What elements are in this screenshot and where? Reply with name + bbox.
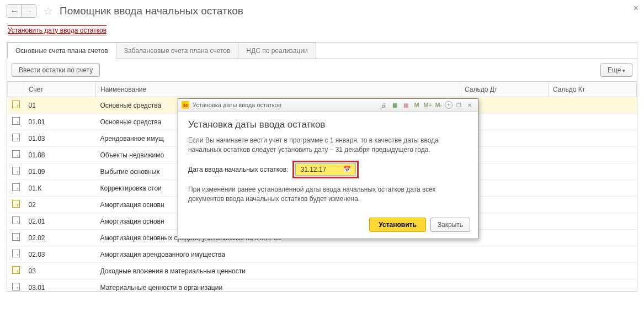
- cell-saldo-kt: [549, 246, 637, 263]
- tab-offbalance-accounts[interactable]: Забалансовые счета плана счетов: [116, 43, 239, 59]
- calendar-icon[interactable]: ▦: [390, 101, 400, 109]
- memory-mplus-icon[interactable]: M+: [423, 101, 433, 109]
- dialog-close-icon[interactable]: ✕: [465, 101, 475, 109]
- date-label: Дата ввода начальных остатков:: [188, 166, 288, 173]
- col-name: Наименование: [96, 82, 460, 97]
- account-icon: [12, 101, 20, 108]
- cell-saldo-kt: [549, 163, 637, 180]
- set-button[interactable]: Установить: [369, 218, 426, 232]
- account-icon: [12, 167, 20, 174]
- cell-account: 03.01: [24, 279, 96, 292]
- back-button[interactable]: ←: [7, 5, 22, 17]
- account-icon: [12, 183, 20, 191]
- cell-saldo-kt: [549, 263, 637, 279]
- account-icon: [12, 200, 20, 208]
- set-date-link[interactable]: Установить дату ввода остатков: [8, 25, 107, 35]
- account-icon: [12, 150, 20, 158]
- cell-account: 01.08: [24, 147, 96, 163]
- nav-buttons: ← →: [7, 4, 36, 18]
- cell-account: 02.03: [24, 246, 96, 263]
- table-row[interactable]: 03.01Материальные ценности в организации: [8, 279, 637, 292]
- date-input[interactable]: 31.12.17 📅: [295, 163, 356, 176]
- calendar-31-icon[interactable]: ▦: [401, 101, 411, 109]
- calendar-picker-icon[interactable]: 📅: [343, 166, 351, 173]
- cell-saldo-kt: [549, 114, 637, 130]
- cell-saldo-dt: [460, 263, 549, 279]
- app-icon: 1c: [182, 101, 189, 109]
- forward-button[interactable]: →: [22, 5, 36, 17]
- close-button[interactable]: Закрыть: [430, 218, 470, 232]
- dialog-title: Установка даты ввода остатков: [193, 102, 281, 108]
- date-highlight: 31.12.17 📅: [292, 161, 359, 178]
- more-button[interactable]: Еще: [600, 64, 632, 77]
- col-saldo-kt: Сальдо Кт: [549, 82, 637, 97]
- cell-saldo-dt: [460, 246, 549, 263]
- cell-account: 01.К: [24, 180, 96, 197]
- table-row[interactable]: 02.03Амортизация арендованного имущества: [8, 246, 637, 263]
- memory-mminus-icon[interactable]: M-: [434, 101, 444, 109]
- topbar: ← → ☆ Помощник ввода начальных остатков: [7, 4, 637, 18]
- cell-account: 01.01: [24, 114, 96, 130]
- favorite-icon[interactable]: ☆: [43, 4, 53, 18]
- account-icon: [12, 266, 20, 274]
- cell-saldo-kt: [549, 197, 637, 213]
- dialog-titlebar[interactable]: 1c Установка даты ввода остатков 🖨 ▦ ▦ M…: [178, 99, 478, 112]
- cell-saldo-kt: [549, 230, 637, 246]
- account-icon: [12, 117, 20, 125]
- cell-saldo-kt: [549, 130, 637, 147]
- cell-name: Амортизация арендованного имущества: [96, 246, 460, 263]
- cell-account: 02.01: [24, 213, 96, 230]
- window-icon[interactable]: ❐: [454, 101, 464, 109]
- cell-saldo-kt: [549, 180, 637, 197]
- col-saldo-dt: Сальдо Дт: [460, 82, 549, 97]
- account-icon: [12, 134, 20, 141]
- tab-main-accounts[interactable]: Основные счета плана счетов: [7, 43, 116, 59]
- dialog-paragraph-1: Если Вы начинаете вести учет в программе…: [188, 136, 468, 155]
- account-icon: [12, 283, 20, 290]
- cell-saldo-kt: [549, 279, 637, 292]
- enter-balances-button[interactable]: Ввести остатки по счету: [12, 64, 100, 77]
- cell-account: 01.03: [24, 130, 96, 147]
- memory-m-icon[interactable]: M: [412, 101, 422, 109]
- page-title: Помощник ввода начальных остатков: [60, 5, 243, 17]
- cell-account: 02.02: [24, 230, 96, 246]
- cell-account: 01.09: [24, 163, 96, 180]
- toolbar: Ввести остатки по счету Еще: [7, 59, 637, 81]
- account-icon: [12, 250, 20, 257]
- cell-saldo-dt: [460, 279, 549, 292]
- cell-saldo-kt: [549, 97, 637, 114]
- set-date-dialog: 1c Установка даты ввода остатков 🖨 ▦ ▦ M…: [178, 98, 478, 239]
- dialog-heading: Установка даты ввода остатков: [188, 119, 468, 130]
- col-account: Счет: [24, 82, 96, 97]
- account-icon: [12, 233, 20, 241]
- table-row[interactable]: 03Доходные вложения в материальные ценно…: [8, 263, 637, 279]
- tabs: Основные счета плана счетов Забалансовые…: [7, 43, 637, 59]
- cell-account: 01: [24, 97, 96, 114]
- cell-account: 03: [24, 263, 96, 279]
- cell-name: Доходные вложения в материальные ценност…: [96, 263, 460, 279]
- account-icon: [12, 216, 20, 224]
- dialog-paragraph-2: При изменении ранее установленной даты в…: [188, 185, 468, 204]
- date-value: 31.12.17: [300, 166, 326, 173]
- cell-name: Материальные ценности в организации: [96, 279, 460, 292]
- print-icon[interactable]: 🖨: [379, 101, 388, 109]
- close-icon[interactable]: ×: [634, 3, 638, 13]
- cell-account: 02: [24, 197, 96, 213]
- zoom-icon[interactable]: +: [445, 101, 453, 109]
- cell-saldo-kt: [549, 213, 637, 230]
- tab-vat[interactable]: НДС по реализации: [238, 43, 316, 59]
- cell-saldo-kt: [549, 147, 637, 163]
